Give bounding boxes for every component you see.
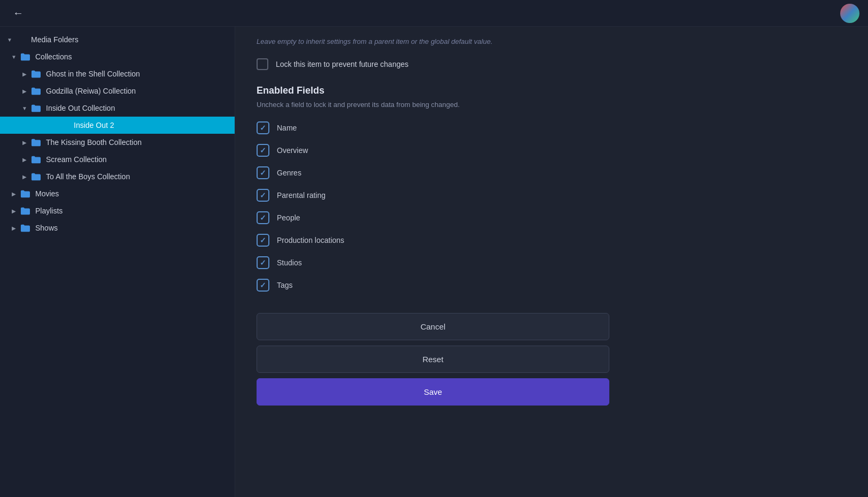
field-row-name: Name: [257, 121, 641, 134]
sidebar-item-collections[interactable]: Collections: [0, 48, 235, 65]
expand-icon-godzilla[interactable]: [19, 86, 30, 96]
field-label-production-locations: Production locations: [277, 236, 344, 244]
fields-container: NameOverviewGenresParental ratingPeopleP…: [257, 121, 641, 292]
sidebar-label-media-folders: Media Folders: [31, 35, 230, 44]
field-checkbox-people[interactable]: [257, 211, 269, 224]
expand-icon-playlists[interactable]: [9, 205, 19, 216]
lock-label: Lock this item to prevent future changes: [276, 60, 408, 68]
expand-icon-ghost[interactable]: [19, 68, 30, 79]
sidebar: Media FoldersCollectionsGhost in the She…: [0, 27, 235, 497]
sidebar-label-inside-out-2: Inside Out 2: [74, 121, 230, 129]
expand-icon-collections[interactable]: [9, 51, 19, 62]
field-checkbox-genres[interactable]: [257, 166, 269, 179]
field-row-production-locations: Production locations: [257, 234, 641, 247]
folder-icon-collections: [19, 52, 31, 62]
field-checkbox-tags[interactable]: [257, 279, 269, 292]
field-label-tags: Tags: [277, 281, 293, 289]
content-panel: Leave empty to inherit settings from a p…: [235, 27, 868, 497]
field-checkbox-overview[interactable]: [257, 144, 269, 157]
expand-icon-media-folders[interactable]: [4, 34, 15, 45]
field-label-parental-rating: Parental rating: [277, 191, 326, 200]
folder-icon-shows: [19, 223, 31, 233]
field-row-genres: Genres: [257, 166, 641, 179]
folder-icon-godzilla: [30, 86, 42, 96]
button-row: Cancel Reset Save: [257, 313, 609, 406]
top-bar: ←: [0, 0, 868, 27]
field-checkbox-parental-rating[interactable]: [257, 189, 269, 202]
folder-icon-inside-out: [30, 103, 42, 113]
sidebar-item-to-all-boys[interactable]: To All the Boys Collection: [0, 168, 235, 185]
sidebar-label-scream: Scream Collection: [46, 155, 230, 164]
field-checkbox-production-locations[interactable]: [257, 234, 269, 247]
back-button[interactable]: ←: [9, 4, 28, 23]
sidebar-label-ghost: Ghost in the Shell Collection: [46, 70, 230, 78]
field-label-name: Name: [277, 124, 297, 132]
folder-icon-movies: [19, 189, 31, 198]
sidebar-label-shows: Shows: [35, 224, 230, 232]
sidebar-label-movies: Movies: [35, 189, 230, 198]
sidebar-item-inside-out[interactable]: Inside Out Collection: [0, 100, 235, 117]
folder-icon-kissing-booth: [30, 137, 42, 147]
expand-icon-shows[interactable]: [9, 223, 19, 233]
expand-icon-movies[interactable]: [9, 188, 19, 199]
sidebar-item-media-folders[interactable]: Media Folders: [0, 31, 235, 48]
field-row-tags: Tags: [257, 279, 641, 292]
cancel-button[interactable]: Cancel: [257, 313, 609, 340]
lock-row: Lock this item to prevent future changes: [257, 58, 641, 70]
sidebar-label-godzilla: Godzilla (Reiwa) Collection: [46, 87, 230, 95]
content-inner: Leave empty to inherit settings from a p…: [235, 27, 663, 427]
expand-icon-inside-out[interactable]: [19, 103, 30, 113]
save-button[interactable]: Save: [257, 378, 609, 406]
folder-icon-ghost: [30, 69, 42, 79]
sidebar-label-collections: Collections: [35, 52, 230, 61]
lock-checkbox[interactable]: [257, 58, 268, 70]
field-checkbox-name[interactable]: [257, 121, 269, 134]
sidebar-label-kissing-booth: The Kissing Booth Collection: [46, 138, 230, 147]
field-checkbox-studios[interactable]: [257, 256, 269, 269]
sidebar-item-ghost[interactable]: Ghost in the Shell Collection: [0, 65, 235, 82]
field-label-genres: Genres: [277, 169, 301, 177]
expand-icon-scream[interactable]: [19, 154, 30, 165]
field-row-overview: Overview: [257, 144, 641, 157]
sidebar-item-godzilla[interactable]: Godzilla (Reiwa) Collection: [0, 82, 235, 100]
sidebar-label-inside-out: Inside Out Collection: [46, 104, 230, 112]
reset-button[interactable]: Reset: [257, 346, 609, 373]
sidebar-label-playlists: Playlists: [35, 207, 230, 215]
folder-icon-playlists: [19, 206, 31, 216]
enabled-fields-subtitle: Uncheck a field to lock it and prevent i…: [257, 101, 641, 109]
expand-icon-to-all-boys[interactable]: [19, 171, 30, 182]
expand-icon-kissing-booth[interactable]: [19, 137, 30, 148]
main-layout: Media FoldersCollectionsGhost in the She…: [0, 27, 868, 497]
sidebar-item-movies[interactable]: Movies: [0, 185, 235, 202]
field-row-people: People: [257, 211, 641, 224]
sidebar-item-kissing-booth[interactable]: The Kissing Booth Collection: [0, 134, 235, 151]
field-label-people: People: [277, 213, 300, 222]
sidebar-item-playlists[interactable]: Playlists: [0, 202, 235, 219]
avatar[interactable]: [840, 4, 859, 23]
folder-icon-scream: [30, 155, 42, 164]
field-label-studios: Studios: [277, 258, 302, 267]
field-row-parental-rating: Parental rating: [257, 189, 641, 202]
sidebar-item-scream[interactable]: Scream Collection: [0, 151, 235, 168]
folder-icon-to-all-boys: [30, 172, 42, 181]
sidebar-item-inside-out-2[interactable]: Inside Out 2: [0, 117, 235, 134]
enabled-fields-title: Enabled Fields: [257, 85, 641, 96]
field-row-studios: Studios: [257, 256, 641, 269]
sidebar-label-to-all-boys: To All the Boys Collection: [46, 172, 230, 181]
sidebar-item-shows[interactable]: Shows: [0, 219, 235, 236]
field-label-overview: Overview: [277, 146, 308, 155]
inherit-note: Leave empty to inherit settings from a p…: [257, 37, 641, 45]
